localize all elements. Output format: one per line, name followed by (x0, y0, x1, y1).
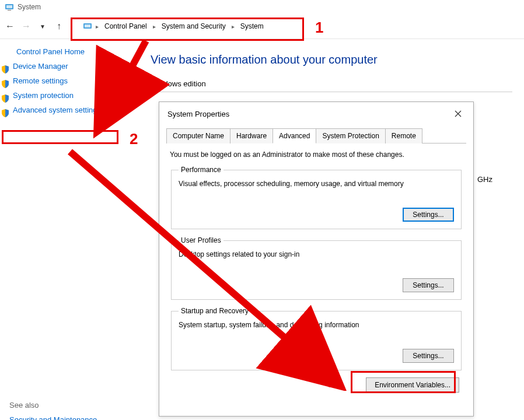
group-user-profiles: User Profiles Desktop settings related t… (171, 236, 462, 300)
see-also-label: See also (9, 401, 126, 410)
chevron-right-icon: ▸ (95, 23, 100, 30)
dialog-body: You must be logged on as an Administrato… (159, 144, 473, 416)
section-windows-edition: Windows edition (151, 79, 512, 88)
sidebar-link-advanced-system-settings[interactable]: Advanced system settings (13, 106, 101, 114)
breadcrumb-icon (83, 22, 92, 31)
group-legend: Startup and Recovery (179, 307, 251, 315)
admin-note-text: You must be logged on as an Administrato… (170, 150, 463, 159)
chevron-right-icon: ▸ (152, 23, 157, 30)
group-legend: User Profiles (179, 236, 223, 244)
breadcrumb-item[interactable]: System and Security (159, 21, 228, 32)
svg-rect-1 (6, 5, 12, 8)
group-desc: Desktop settings related to your sign-in (179, 250, 454, 258)
sidebar-link-device-manager[interactable]: Device Manager (13, 62, 68, 71)
nav-forward-button[interactable]: → (20, 20, 33, 33)
breadcrumb-item[interactable]: System (238, 21, 266, 32)
shield-icon (1, 80, 9, 88)
tab-hardware[interactable]: Hardware (230, 128, 273, 144)
nav-bar: ← → ▼ ↑ ▸ Control Panel ▸ System and Sec… (0, 14, 524, 38)
shield-icon (1, 94, 9, 103)
tab-computer-name[interactable]: Computer Name (166, 128, 230, 144)
sidebar-link-home[interactable]: Control Panel Home (16, 47, 132, 56)
group-startup-recovery: Startup and Recovery System startup, sys… (171, 307, 462, 370)
window-titlebar: System (0, 0, 524, 14)
dialog-title: System Properties (167, 110, 229, 118)
performance-settings-button[interactable]: Settings... (403, 208, 454, 222)
group-legend: Performance (179, 166, 223, 174)
tab-system-protection[interactable]: System Protection (316, 128, 385, 144)
sidebar: Control Panel Home Device Manager Remote… (0, 39, 140, 420)
divider (151, 92, 512, 92)
system-icon (5, 2, 14, 12)
sidebar-link-security-maintenance[interactable]: Security and Maintenance (9, 415, 126, 420)
chevron-right-icon: ▸ (230, 23, 236, 30)
page-title: View basic information about your comput… (151, 53, 512, 66)
nav-back-button[interactable]: ← (4, 20, 16, 33)
system-properties-dialog: System Properties Computer Name Hardware… (159, 102, 474, 416)
spec-fragment: GHz (477, 175, 492, 184)
svg-rect-4 (85, 24, 90, 27)
environment-variables-button[interactable]: Environment Variables... (366, 377, 459, 393)
tab-remote[interactable]: Remote (385, 128, 422, 144)
shield-icon (1, 109, 9, 117)
shield-icon (1, 65, 9, 74)
tab-advanced[interactable]: Advanced (273, 128, 316, 144)
sidebar-link-system-protection[interactable]: System protection (13, 91, 74, 100)
nav-recent-dropdown[interactable]: ▼ (36, 20, 49, 33)
sidebar-link-remote-settings[interactable]: Remote settings (13, 76, 68, 85)
startup-recovery-settings-button[interactable]: Settings... (403, 349, 454, 363)
group-desc: System startup, system failure, and debu… (179, 321, 454, 329)
group-performance: Performance Visual effects, processor sc… (171, 166, 462, 229)
close-button[interactable] (450, 108, 466, 120)
svg-rect-2 (8, 10, 11, 10)
user-profiles-settings-button[interactable]: Settings... (403, 278, 454, 292)
nav-up-button[interactable]: ↑ (53, 20, 65, 33)
group-desc: Visual effects, processor scheduling, me… (179, 180, 454, 188)
tab-strip: Computer Name Hardware Advanced System P… (166, 128, 466, 144)
window-title: System (18, 3, 41, 11)
breadcrumb[interactable]: ▸ Control Panel ▸ System and Security ▸ … (78, 19, 271, 34)
breadcrumb-item[interactable]: Control Panel (102, 21, 149, 32)
